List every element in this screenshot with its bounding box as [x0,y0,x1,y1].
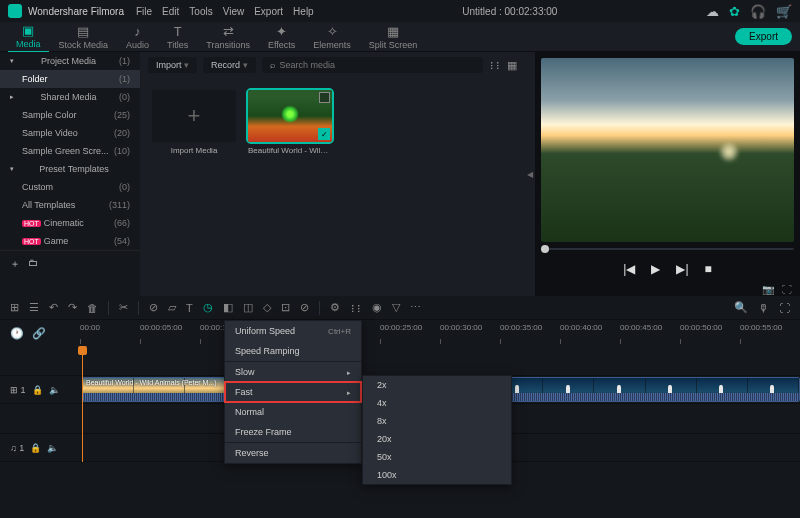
tab-effects[interactable]: ✦Effects [260,22,303,52]
export-button[interactable]: Export [735,28,792,45]
speed-option-20x[interactable]: 20x [363,430,511,448]
preview-viewport[interactable] [541,58,794,242]
cloud-icon[interactable]: ☁ [706,4,719,19]
plus-icon: + [188,103,201,129]
track-vol-icon[interactable]: 🔈 [47,443,58,453]
tab-stock-media[interactable]: ▤Stock Media [51,22,117,52]
sidebar-item-sample-color[interactable]: Sample Color(25) [0,106,140,124]
fit-icon[interactable]: ⛶ [779,302,790,314]
menu-tools[interactable]: Tools [189,6,212,17]
keyframe-icon[interactable]: ◇ [263,301,271,314]
sidebar-item-all-templates[interactable]: All Templates(311) [0,196,140,214]
ctx-slow[interactable]: Slow [225,361,361,382]
text-icon[interactable]: T [186,302,193,314]
settings-icon[interactable]: ⚙ [330,301,340,314]
sidebar-item-project-media[interactable]: Project Media(1) [0,52,140,70]
undo-icon[interactable]: ↶ [49,301,58,314]
playhead[interactable] [82,346,83,462]
ruler-tick: 00:00:55:00 [740,323,782,332]
ctx-reverse[interactable]: Reverse [225,442,361,463]
color-icon[interactable]: ◧ [223,301,233,314]
expand-icon[interactable] [319,92,330,103]
tag-icon[interactable]: ⊘ [149,301,158,314]
speed-option-100x[interactable]: 100x [363,466,511,484]
menu-view[interactable]: View [223,6,245,17]
sidebar-item-custom[interactable]: Custom(0) [0,178,140,196]
tab-media[interactable]: ▣Media [8,21,49,53]
ctx-fast[interactable]: Fast [225,382,361,402]
timeline-ruler[interactable]: 00:0000:00:05:0000:00:10:0000:00:15:0000… [80,320,800,346]
menu-help[interactable]: Help [293,6,314,17]
timecode-icon[interactable]: 🕐 [10,327,24,340]
filter-icon[interactable]: ⫶⫶ [489,59,501,71]
more-icon[interactable]: ⋯ [410,301,421,314]
sidebar-item-sample-video[interactable]: Sample Video(20) [0,124,140,142]
tab-elements[interactable]: ✧Elements [305,22,359,52]
tl-menu-icon[interactable]: ☰ [29,301,39,314]
tab-split-screen[interactable]: ▦Split Screen [361,22,426,52]
zoom-icon[interactable]: 🔍 [734,301,748,314]
folder-icon[interactable]: 🗀 [28,257,38,271]
fullscreen-icon[interactable]: ⛶ [782,284,792,295]
record-dropdown[interactable]: Record [203,57,256,73]
tab-audio[interactable]: ♪Audio [118,22,157,52]
delete-icon[interactable]: 🗑 [87,302,98,314]
sidebar-item-folder[interactable]: Folder(1) [0,70,140,88]
play-button[interactable]: ▶ [651,262,660,276]
speed-option-50x[interactable]: 50x [363,448,511,466]
track-audio-label: ♫ 1 [10,443,24,453]
import-dropdown[interactable]: Import [148,57,197,73]
stop-button[interactable]: ■ [705,262,712,276]
link-icon[interactable]: 🔗 [32,327,46,340]
grid-view-icon[interactable]: ▦ [507,59,517,72]
speed-option-8x[interactable]: 8x [363,412,511,430]
speed-option-4x[interactable]: 4x [363,394,511,412]
cart-icon[interactable]: 🛒 [776,4,792,19]
mic-icon[interactable]: 🎙 [758,302,769,314]
ctx-uniform-speed[interactable]: Uniform SpeedCtrl+R [225,321,361,341]
focus-icon[interactable]: ⊡ [281,301,290,314]
settings-icon[interactable]: ✿ [729,4,740,19]
next-frame-button[interactable]: ▶| [676,262,688,276]
headphone-icon[interactable]: 🎧 [750,4,766,19]
marker-icon[interactable]: ▽ [392,301,400,314]
stock-icon: ▤ [77,24,89,39]
import-media-card[interactable]: + Import Media [152,90,236,155]
track-lock-icon[interactable]: 🔒 [32,385,43,395]
sidebar-item-cinematic[interactable]: HOTCinematic(66) [0,214,140,232]
menu-export[interactable]: Export [254,6,283,17]
tl-grid-icon[interactable]: ⊞ [10,301,19,314]
track-vol-icon[interactable]: 🔈 [49,385,60,395]
ruler-tick: 00:00:25:00 [380,323,422,332]
new-folder-icon[interactable]: ＋ [10,257,20,271]
render-icon[interactable]: ◉ [372,301,382,314]
sidebar-item-preset-templates[interactable]: Preset Templates [0,160,140,178]
snapshot-icon[interactable]: 📷 [762,284,774,295]
scrub-bar[interactable] [541,248,794,250]
sidebar-item-shared-media[interactable]: Shared Media(0) [0,88,140,106]
sidebar-item-sample-green-screen[interactable]: Sample Green Scre...(10) [0,142,140,160]
speed-icon[interactable]: ◷ [203,301,213,314]
cut-icon[interactable]: ✂ [119,301,128,314]
crop-icon[interactable]: ▱ [168,301,176,314]
speed-option-2x[interactable]: 2x [363,376,511,394]
ctx-freeze-frame[interactable]: Freeze Frame [225,422,361,442]
track-lock-icon[interactable]: 🔒 [30,443,41,453]
mixer-icon[interactable]: ⫶⫶ [350,302,362,314]
sidebar-item-game[interactable]: HOTGame(54) [0,232,140,250]
ctx-normal[interactable]: Normal [225,402,361,422]
tag2-icon[interactable]: ⊘ [300,301,309,314]
menu-file[interactable]: File [136,6,152,17]
adjust-icon[interactable]: ◫ [243,301,253,314]
search-input[interactable] [280,60,475,70]
collapse-panel-icon[interactable]: ◀ [525,52,535,296]
tab-transitions[interactable]: ⇄Transitions [198,22,258,52]
tab-titles[interactable]: TTitles [159,22,196,52]
hot-badge: HOT [22,220,41,227]
menu-edit[interactable]: Edit [162,6,179,17]
redo-icon[interactable]: ↷ [68,301,77,314]
prev-frame-button[interactable]: |◀ [623,262,635,276]
search-box[interactable]: ⌕ [262,57,483,73]
media-clip-card[interactable]: ✓ Beautiful World - Wild A... [248,90,332,155]
ctx-speed-ramping[interactable]: Speed Ramping [225,341,361,361]
